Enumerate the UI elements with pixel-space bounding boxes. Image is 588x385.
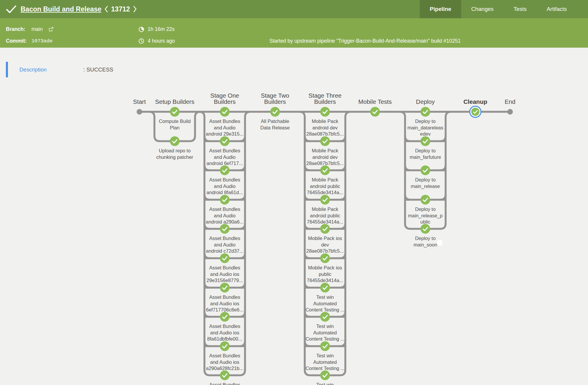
pipeline-node-stage-three-builders-1[interactable] xyxy=(320,136,330,146)
pipeline-node-deploy-2[interactable] xyxy=(421,166,430,175)
stage-label-stage-two-builders: Stage Two xyxy=(261,92,289,99)
branch-label-stage-one-builders-0: and Audio xyxy=(214,125,235,130)
branch-label-stage-three-builders-8: Automated xyxy=(313,359,337,365)
branch-label-setup-builders-0: Compute Build xyxy=(159,119,191,124)
run-title-group: Bacon Build and Release 13712 xyxy=(6,5,140,13)
pipeline-node-stage-one-builders-6[interactable] xyxy=(220,283,230,293)
pipeline-node-stage-one-builders-0[interactable] xyxy=(220,107,230,117)
pipeline-node-stage-one-builders-9[interactable] xyxy=(220,371,230,380)
stage-label-stage-three-builders: Builders xyxy=(314,98,336,105)
branch-label-stage-one-builders-1: android 6ef717... xyxy=(206,161,243,166)
branch-label-deploy-0: Deploy to xyxy=(415,119,436,124)
stage-label-mobile-tests: Mobile Tests xyxy=(358,98,392,105)
pipeline-title-link[interactable]: Bacon Build and Release xyxy=(21,5,101,13)
pipeline-node-stage-three-builders-8[interactable] xyxy=(320,341,330,351)
branch-label-stage-three-builders-5: 76455de3414a... xyxy=(307,278,343,283)
pipeline-node-setup-builders-0[interactable] xyxy=(170,107,180,117)
branch-label-deploy-1: Deploy to xyxy=(415,148,436,153)
pipeline-node-mobile-tests-0[interactable] xyxy=(370,107,380,117)
pipeline-node-stage-one-builders-4[interactable] xyxy=(220,224,230,234)
branch-label-stage-one-builders-0: android 29e315... xyxy=(206,131,244,136)
pipeline-node-stage-one-builders-8[interactable] xyxy=(220,341,230,351)
branch-label-stage-one-builders-2: android 8fa61d... xyxy=(206,190,243,195)
next-run-button[interactable] xyxy=(133,6,137,13)
branch-label-deploy-2: main_release xyxy=(411,184,440,189)
branch-value: main xyxy=(31,26,43,32)
stage-label-stage-one-builders: Stage One xyxy=(210,92,239,99)
branch-label-deploy-4: main_soon xyxy=(414,242,437,248)
pipeline-node-stage-one-builders-1[interactable] xyxy=(220,136,230,146)
branch-label-stage-two-builders-0: Data Release xyxy=(260,125,290,130)
stage-label-stage-three-builders: Stage Three xyxy=(309,92,342,99)
pipeline-node-stage-one-builders-7[interactable] xyxy=(220,312,230,322)
pipeline-node-stage-three-builders-2[interactable] xyxy=(320,166,330,175)
branch-label-stage-three-builders-8: Content Testing ... xyxy=(306,366,345,371)
branch-label-stage-one-builders-8: a290a628fc21b... xyxy=(206,366,244,371)
branch-label-stage-two-builders-0: All Patchable xyxy=(261,119,289,124)
branch-label-stage-one-builders-0: Asset Bundles xyxy=(209,119,240,124)
branch-label-stage-one-builders-4: Asset Bundles xyxy=(209,236,240,241)
pipeline-node-stage-three-builders-0[interactable] xyxy=(320,107,330,117)
branch-label-stage-three-builders-3: android public xyxy=(310,213,340,218)
branch-label-stage-three-builders-4: dev xyxy=(321,242,329,247)
pipeline-node-setup-builders-1[interactable] xyxy=(170,136,180,146)
tab-pipeline[interactable]: Pipeline xyxy=(420,0,461,18)
pipeline-node-cleanup-0[interactable] xyxy=(471,108,479,116)
artifact-white-square xyxy=(437,240,442,245)
branch-label-stage-three-builders-3: Mobile Pack xyxy=(312,206,339,212)
branch-label-stage-one-builders-7: 8fa61dbfbfe00... xyxy=(207,336,242,341)
pipeline-content: Description : SUCCESS StartEndCompute Bu… xyxy=(0,48,588,385)
pipeline-node-deploy-3[interactable] xyxy=(421,195,430,205)
previous-run-button[interactable] xyxy=(104,6,109,13)
pipeline-node-stage-one-builders-3[interactable] xyxy=(220,195,230,205)
stage-label-stage-one-builders: Builders xyxy=(214,98,236,105)
pipeline-node-stage-three-builders-4[interactable] xyxy=(320,224,330,234)
header-tabs: Pipeline Changes Tests Artifacts xyxy=(420,0,577,18)
pipeline-node-deploy-0[interactable] xyxy=(421,107,430,117)
pipeline-node-stage-one-builders-2[interactable] xyxy=(220,166,230,175)
pipeline-node-stage-three-builders-6[interactable] xyxy=(320,283,330,293)
branch-label-deploy-0: main_datareleas xyxy=(407,125,443,131)
branch-label-stage-three-builders-6: Content Testing ... xyxy=(306,307,345,312)
stage-label-cleanup: Cleanup xyxy=(464,98,487,105)
branch-label-stage-one-builders-9: Asset Bundles xyxy=(209,382,240,385)
branch-label-stage-three-builders-7: Content Testing ... xyxy=(306,336,345,341)
pipeline-node-stage-three-builders-9[interactable] xyxy=(320,371,330,380)
branch-label-stage-three-builders-7: Automated xyxy=(313,330,337,335)
tab-tests[interactable]: Tests xyxy=(504,0,537,18)
branch-label-deploy-3: Deploy to xyxy=(415,206,436,212)
branch-label-stage-three-builders-0: Mobile Pack xyxy=(312,119,339,124)
branch-label-stage-one-builders-4: and Audio xyxy=(214,242,235,247)
branch-label-stage-three-builders-4: 28ae087b7bfc5... xyxy=(306,248,344,254)
pipeline-node-stage-three-builders-7[interactable] xyxy=(320,312,330,322)
branch-label-stage-one-builders-6: and Audio ios xyxy=(210,301,239,306)
pipeline-node-stage-one-builders-5[interactable] xyxy=(220,254,230,263)
branch-label-deploy-4: Deploy to xyxy=(415,236,436,241)
branch-label-deploy-3: ublic xyxy=(420,219,430,224)
tab-artifacts[interactable]: Artifacts xyxy=(537,0,577,18)
pipeline-node-stage-three-builders-5[interactable] xyxy=(320,254,330,263)
started-by-message: Started by upstream pipeline "Trigger-Ba… xyxy=(269,37,461,44)
pipeline-node-stage-three-builders-3[interactable] xyxy=(320,195,330,205)
commit-row: Commit: 1073ade xyxy=(6,37,52,44)
branch-label-deploy-2: Deploy to xyxy=(415,177,436,182)
pipeline-node-stage-two-builders-0[interactable] xyxy=(270,107,280,117)
branch-label-stage-one-builders-5: Asset Bundles xyxy=(209,265,240,270)
build-number: 13712 xyxy=(111,5,130,13)
branch-external-link-icon[interactable] xyxy=(49,27,54,32)
branch-label-stage-one-builders-4: android c72d37... xyxy=(206,248,244,254)
branch-label-stage-three-builders-2: 76455de3414a... xyxy=(307,190,343,195)
branch-label-stage-three-builders-0: 28ae087b7bfc5... xyxy=(306,131,344,136)
run-info-bar: Branch: main Commit: 1073ade 1h 16m 22s … xyxy=(0,18,588,48)
branch-label-stage-three-builders-2: Mobile Pack xyxy=(312,177,339,182)
branch-label-stage-one-builders-8: Asset Bundles xyxy=(209,353,240,358)
start-node xyxy=(137,109,142,115)
branch-label-stage-three-builders-8: Test win xyxy=(316,353,334,358)
pipeline-node-deploy-4[interactable] xyxy=(421,224,430,234)
tab-changes[interactable]: Changes xyxy=(461,0,504,18)
branch-label-stage-one-builders-7: Asset Bundles xyxy=(209,324,240,329)
commit-label: Commit: xyxy=(6,38,31,44)
branch-label-deploy-3: main_release_p xyxy=(408,213,442,219)
pipeline-node-deploy-1[interactable] xyxy=(421,136,430,146)
branch-label-stage-one-builders-8: and Audio ios xyxy=(210,359,239,365)
